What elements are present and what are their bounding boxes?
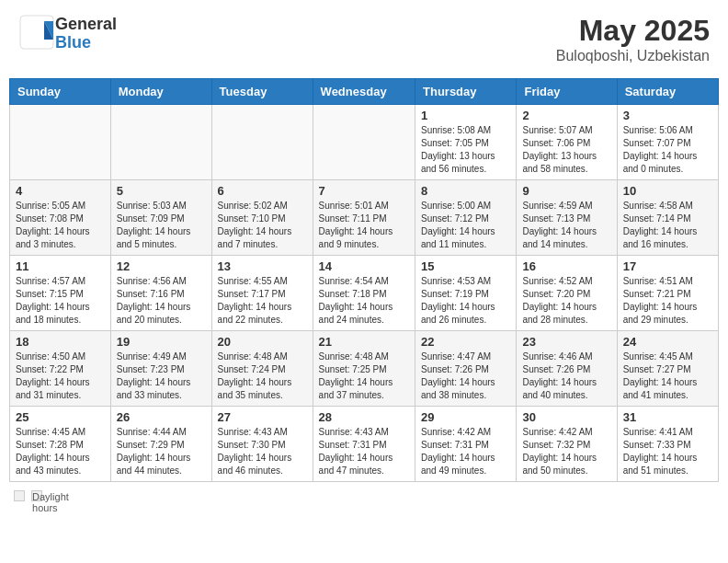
- day-number: 16: [522, 259, 610, 273]
- day-info: Sunrise: 4:46 AM Sunset: 7:26 PM Dayligh…: [522, 350, 610, 402]
- day-info: Sunrise: 4:45 AM Sunset: 7:28 PM Dayligh…: [16, 426, 105, 477]
- day-info: Sunrise: 4:57 AM Sunset: 7:15 PM Dayligh…: [16, 275, 105, 327]
- day-number: 21: [319, 335, 409, 349]
- day-number: 14: [319, 259, 409, 273]
- calendar-day-header: Wednesday: [313, 79, 415, 105]
- day-number: 15: [421, 259, 510, 273]
- calendar-week-row: 1Sunrise: 5:08 AM Sunset: 7:05 PM Daylig…: [10, 105, 719, 180]
- calendar-cell: 21Sunrise: 4:48 AM Sunset: 7:25 PM Dayli…: [313, 331, 415, 407]
- day-info: Sunrise: 4:43 AM Sunset: 7:30 PM Dayligh…: [218, 426, 307, 477]
- calendar-cell: 22Sunrise: 4:47 AM Sunset: 7:26 PM Dayli…: [415, 331, 517, 407]
- calendar-cell: 7Sunrise: 5:01 AM Sunset: 7:11 PM Daylig…: [313, 180, 415, 256]
- logo: General Blue: [18, 14, 117, 54]
- day-info: Sunrise: 4:55 AM Sunset: 7:17 PM Dayligh…: [218, 275, 307, 327]
- logo-blue: Blue: [55, 34, 117, 52]
- calendar-cell: 30Sunrise: 4:42 AM Sunset: 7:32 PM Dayli…: [517, 407, 617, 482]
- day-number: 24: [623, 335, 712, 349]
- calendar-table: SundayMondayTuesdayWednesdayThursdayFrid…: [9, 78, 719, 482]
- calendar-cell: 4Sunrise: 5:05 AM Sunset: 7:08 PM Daylig…: [10, 180, 111, 256]
- calendar-day-header: Tuesday: [211, 79, 313, 105]
- calendar-cell: 17Sunrise: 4:51 AM Sunset: 7:21 PM Dayli…: [617, 256, 718, 331]
- day-number: 2: [522, 109, 610, 122]
- day-info: Sunrise: 4:50 AM Sunset: 7:22 PM Dayligh…: [16, 350, 105, 402]
- calendar-day-header: Thursday: [415, 79, 517, 105]
- day-number: 25: [16, 410, 105, 424]
- logo-icon: [18, 14, 55, 54]
- day-number: 1: [421, 109, 510, 122]
- calendar-day-header: Sunday: [10, 79, 111, 105]
- location-title: Buloqboshi, Uzbekistan: [556, 48, 710, 64]
- calendar-header-row: SundayMondayTuesdayWednesdayThursdayFrid…: [10, 79, 719, 105]
- calendar-cell: 15Sunrise: 4:53 AM Sunset: 7:19 PM Dayli…: [415, 256, 517, 331]
- calendar-cell: 3Sunrise: 5:06 AM Sunset: 7:07 PM Daylig…: [617, 105, 718, 180]
- calendar-cell: 27Sunrise: 4:43 AM Sunset: 7:30 PM Dayli…: [211, 407, 313, 482]
- day-info: Sunrise: 4:48 AM Sunset: 7:25 PM Dayligh…: [319, 350, 409, 402]
- calendar-cell: 14Sunrise: 4:54 AM Sunset: 7:18 PM Dayli…: [313, 256, 415, 331]
- day-info: Sunrise: 5:07 AM Sunset: 7:06 PM Dayligh…: [522, 124, 610, 176]
- calendar-cell: 31Sunrise: 4:41 AM Sunset: 7:33 PM Dayli…: [617, 407, 718, 482]
- day-info: Sunrise: 5:05 AM Sunset: 7:08 PM Dayligh…: [16, 200, 105, 251]
- day-number: 28: [319, 410, 409, 424]
- day-number: 12: [117, 259, 206, 273]
- calendar-cell: 1Sunrise: 5:08 AM Sunset: 7:05 PM Daylig…: [415, 105, 517, 180]
- day-info: Sunrise: 5:08 AM Sunset: 7:05 PM Dayligh…: [421, 124, 510, 176]
- daylight-swatch: [14, 490, 25, 501]
- day-info: Sunrise: 5:00 AM Sunset: 7:12 PM Dayligh…: [421, 200, 510, 251]
- day-info: Sunrise: 4:43 AM Sunset: 7:31 PM Dayligh…: [319, 426, 409, 477]
- day-number: 3: [623, 109, 712, 122]
- day-number: 17: [623, 259, 712, 273]
- day-number: 11: [16, 259, 105, 273]
- calendar-cell: 2Sunrise: 5:07 AM Sunset: 7:06 PM Daylig…: [517, 105, 617, 180]
- day-number: 26: [117, 410, 206, 424]
- day-number: 5: [117, 184, 206, 198]
- day-number: 4: [16, 184, 105, 198]
- day-info: Sunrise: 4:49 AM Sunset: 7:23 PM Dayligh…: [117, 350, 206, 402]
- logo-general: General: [55, 16, 117, 34]
- calendar-day-header: Monday: [110, 79, 211, 105]
- day-number: 10: [623, 184, 712, 198]
- day-info: Sunrise: 5:03 AM Sunset: 7:09 PM Dayligh…: [117, 200, 206, 251]
- calendar-cell: [211, 105, 313, 180]
- logo-text: General Blue: [55, 16, 117, 52]
- day-number: 19: [117, 335, 206, 349]
- day-info: Sunrise: 4:53 AM Sunset: 7:19 PM Dayligh…: [421, 275, 510, 327]
- page-header: General Blue May 2025 Buloqboshi, Uzbeki…: [9, 9, 719, 69]
- day-info: Sunrise: 5:06 AM Sunset: 7:07 PM Dayligh…: [623, 124, 712, 176]
- day-info: Sunrise: 4:45 AM Sunset: 7:27 PM Dayligh…: [623, 350, 712, 402]
- day-number: 13: [218, 259, 307, 273]
- calendar-cell: 29Sunrise: 4:42 AM Sunset: 7:31 PM Dayli…: [415, 407, 517, 482]
- month-title: May 2025: [556, 14, 710, 48]
- day-number: 7: [319, 184, 409, 198]
- day-info: Sunrise: 5:02 AM Sunset: 7:10 PM Dayligh…: [218, 200, 307, 251]
- calendar-cell: 12Sunrise: 4:56 AM Sunset: 7:16 PM Dayli…: [110, 256, 211, 331]
- calendar-cell: 19Sunrise: 4:49 AM Sunset: 7:23 PM Dayli…: [110, 331, 211, 407]
- calendar-week-row: 25Sunrise: 4:45 AM Sunset: 7:28 PM Dayli…: [10, 407, 719, 482]
- day-info: Sunrise: 4:56 AM Sunset: 7:16 PM Dayligh…: [117, 275, 206, 327]
- calendar-cell: 10Sunrise: 4:58 AM Sunset: 7:14 PM Dayli…: [617, 180, 718, 256]
- day-info: Sunrise: 4:48 AM Sunset: 7:24 PM Dayligh…: [218, 350, 307, 402]
- day-number: 6: [218, 184, 307, 198]
- calendar-cell: 24Sunrise: 4:45 AM Sunset: 7:27 PM Dayli…: [617, 331, 718, 407]
- day-info: Sunrise: 4:59 AM Sunset: 7:13 PM Dayligh…: [522, 200, 610, 251]
- calendar-cell: 9Sunrise: 4:59 AM Sunset: 7:13 PM Daylig…: [517, 180, 617, 256]
- day-info: Sunrise: 4:42 AM Sunset: 7:31 PM Dayligh…: [421, 426, 510, 477]
- calendar-week-row: 4Sunrise: 5:05 AM Sunset: 7:08 PM Daylig…: [10, 180, 719, 256]
- day-info: Sunrise: 4:58 AM Sunset: 7:14 PM Dayligh…: [623, 200, 712, 251]
- day-number: 30: [522, 410, 610, 424]
- day-number: 31: [623, 410, 712, 424]
- day-info: Sunrise: 4:54 AM Sunset: 7:18 PM Dayligh…: [319, 275, 409, 327]
- calendar-cell: 18Sunrise: 4:50 AM Sunset: 7:22 PM Dayli…: [10, 331, 111, 407]
- calendar-day-header: Saturday: [617, 79, 718, 105]
- calendar-cell: 26Sunrise: 4:44 AM Sunset: 7:29 PM Dayli…: [110, 407, 211, 482]
- title-section: May 2025 Buloqboshi, Uzbekistan: [556, 14, 710, 64]
- day-info: Sunrise: 4:42 AM Sunset: 7:32 PM Dayligh…: [522, 426, 610, 477]
- calendar-cell: 28Sunrise: 4:43 AM Sunset: 7:31 PM Dayli…: [313, 407, 415, 482]
- calendar-cell: 23Sunrise: 4:46 AM Sunset: 7:26 PM Dayli…: [517, 331, 617, 407]
- day-info: Sunrise: 4:52 AM Sunset: 7:20 PM Dayligh…: [522, 275, 610, 327]
- day-info: Sunrise: 4:41 AM Sunset: 7:33 PM Dayligh…: [623, 426, 712, 477]
- footer: Daylight hours: [9, 489, 719, 501]
- day-info: Sunrise: 4:44 AM Sunset: 7:29 PM Dayligh…: [117, 426, 206, 477]
- day-info: Sunrise: 4:47 AM Sunset: 7:26 PM Dayligh…: [421, 350, 510, 402]
- day-number: 18: [16, 335, 105, 349]
- calendar-cell: 6Sunrise: 5:02 AM Sunset: 7:10 PM Daylig…: [211, 180, 313, 256]
